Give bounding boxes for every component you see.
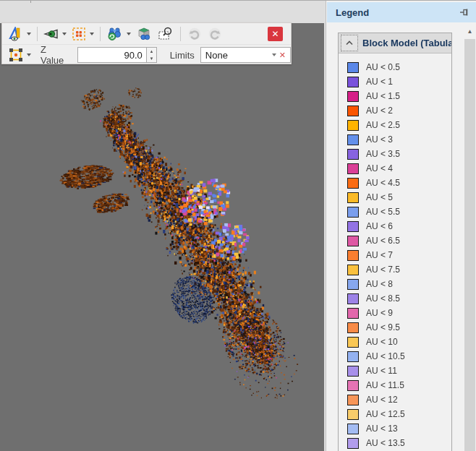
legend-item[interactable]: AU < 4 [339,161,451,176]
chevron-down-icon[interactable] [27,33,31,35]
legend-color-swatch [347,192,359,203]
legend-item[interactable]: AU < 13.5 [339,436,451,450]
zoom-selection-button[interactable] [155,25,177,43]
view-direction-button[interactable] [41,25,69,43]
legend-item[interactable]: AU < 5.5 [339,205,451,219]
legend-color-swatch [347,91,359,102]
legend-item-label: AU < 5.5 [366,207,400,217]
grid-points-button[interactable] [6,46,33,64]
viewport-3d[interactable] [0,23,324,451]
z-value-field: ▲ ▼ [77,47,157,63]
legend-panel-title: Legend [327,7,459,18]
application-window: ✕ Z Value ▲ ▼ [0,0,476,451]
legend-color-swatch [347,322,359,333]
top-strip-divider [30,1,31,3]
legend-item-label: AU < 10 [366,337,398,347]
block-model-render[interactable] [0,23,324,451]
spinner-up-button[interactable]: ▲ [147,48,156,55]
legend-color-swatch [347,351,359,362]
legend-item-label: AU < 12 [366,395,398,405]
legend-item[interactable]: AU < 7.5 [339,262,451,277]
legend-item[interactable]: AU < 3 [339,132,451,147]
legend-color-swatch [347,424,359,434]
legend-item[interactable]: AU < 11.5 [339,378,451,392]
legend-color-swatch [347,178,359,189]
legend-panel: Legend Block Model (Tabula AU < 0.5AU < … [326,1,476,451]
scrollbar-thumb[interactable] [464,39,475,451]
z-value-spinner: ▲ ▼ [147,47,157,63]
legend-item[interactable]: AU < 13 [339,421,451,436]
legend-item[interactable]: AU < 12.5 [339,407,451,421]
legend-item[interactable]: AU < 4.5 [339,176,451,190]
legend-item[interactable]: AU < 3.5 [339,147,451,161]
legend-item-label: AU < 2.5 [366,120,400,130]
legend-item[interactable]: AU < 1 [339,74,451,89]
legend-color-swatch [347,337,359,348]
legend-item[interactable]: AU < 12 [339,392,451,407]
legend-item-label: AU < 0.5 [366,62,400,72]
legend-color-swatch [347,106,359,116]
legend-color-swatch [347,149,359,160]
limits-dropdown[interactable]: None ✕ [200,47,291,63]
legend-color-swatch [347,250,359,261]
legend-item[interactable]: AU < 11 [339,364,451,378]
legend-color-swatch [347,279,359,290]
collapse-group-button[interactable] [341,35,358,51]
legend-item[interactable]: AU < 6.5 [339,233,451,248]
redo-button[interactable] [205,25,225,43]
legend-item-label: AU < 9.5 [366,322,400,332]
legend-item-label: AU < 13 [366,424,398,434]
find-refresh-button[interactable] [104,25,133,43]
legend-item[interactable]: AU < 1.5 [339,89,451,103]
legend-item[interactable]: AU < 0.5 [339,60,451,74]
z-value-input[interactable] [77,47,147,63]
legend-item-label: AU < 1.5 [366,91,400,101]
legend-item[interactable]: AU < 8.5 [339,291,451,306]
selection-mode-button[interactable] [69,25,96,43]
legend-item-label: AU < 6.5 [366,236,400,246]
legend-item[interactable]: AU < 2.5 [339,118,451,132]
pin-icon[interactable] [459,7,469,17]
legend-color-swatch [347,366,359,377]
chevron-down-icon[interactable] [90,33,94,35]
legend-item[interactable]: AU < 8 [339,277,451,291]
legend-item[interactable]: AU < 10.5 [339,349,451,364]
legend-item-label: AU < 7.5 [366,265,400,275]
legend-item-label: AU < 13.5 [366,438,405,448]
legend-item[interactable]: AU < 10 [339,335,451,349]
legend-color-swatch [347,380,359,391]
chevron-down-icon[interactable] [127,33,131,35]
scroll-up-icon[interactable]: ▲ [464,26,476,36]
legend-item-label: AU < 7 [366,250,393,260]
clear-limits-icon[interactable]: ✕ [276,51,290,60]
legend-scrollbar[interactable]: ▲ [464,24,476,451]
chevron-down-icon[interactable] [62,33,67,35]
toolbar-row-1: ✕ [2,23,291,45]
legend-item[interactable]: AU < 5 [339,190,451,205]
legend-color-swatch [347,120,359,131]
top-strip [0,1,327,23]
legend-color-swatch [347,236,359,246]
legend-color-swatch [347,395,359,405]
legend-item[interactable]: AU < 9 [339,306,451,320]
chevron-down-icon[interactable] [27,53,31,56]
legend-item-label: AU < 2 [366,106,393,116]
close-toolbar-button[interactable]: ✕ [268,27,283,41]
legend-group-header[interactable]: Block Model (Tabula [339,33,451,53]
redo-icon [207,27,223,41]
legend-color-swatch [347,265,359,275]
find-block-button[interactable] [133,25,155,43]
toolbar-separator [100,27,101,41]
view-direction-icon [43,27,59,41]
legend-item[interactable]: AU < 6 [339,219,451,233]
display-settings-button[interactable] [6,25,33,43]
legend-color-swatch [347,163,359,174]
selection-marquee-icon [71,27,87,41]
legend-item[interactable]: AU < 2 [339,103,451,118]
undo-button[interactable] [184,25,205,43]
legend-item[interactable]: AU < 9.5 [339,320,451,335]
spinner-down-button[interactable]: ▼ [147,55,156,62]
legend-item[interactable]: AU < 7 [339,248,451,262]
toolbar-separator [180,27,181,41]
legend-color-swatch [347,293,359,304]
